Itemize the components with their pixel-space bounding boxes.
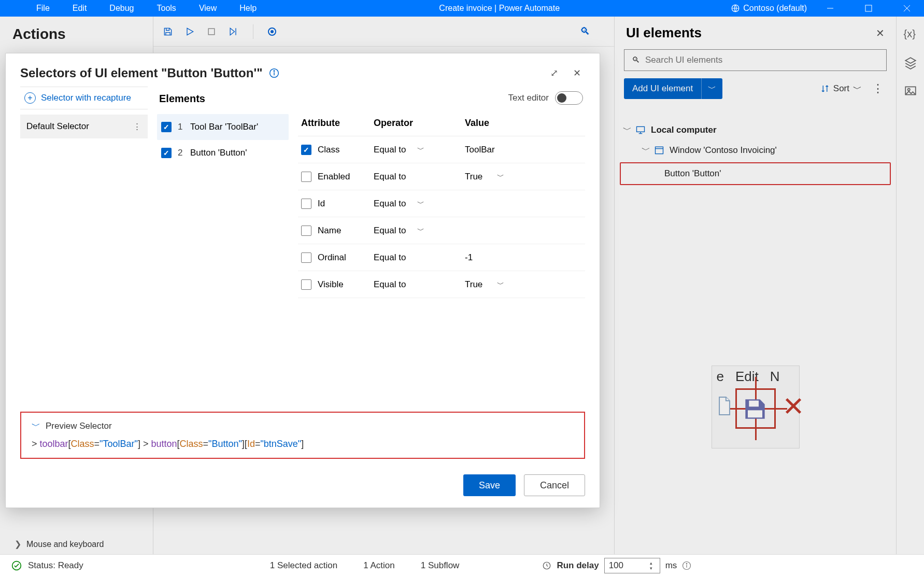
tree-window[interactable]: ﹀ Window 'Contoso Invoicing' bbox=[620, 140, 891, 160]
add-ui-element-dropdown[interactable]: ﹀ bbox=[701, 78, 722, 99]
info-icon[interactable] bbox=[269, 68, 279, 78]
operator-value[interactable]: Equal to bbox=[374, 252, 406, 263]
checkbox-icon[interactable] bbox=[301, 199, 311, 209]
variables-icon[interactable]: {x} bbox=[904, 28, 917, 41]
operator-value[interactable]: Equal to bbox=[374, 172, 406, 182]
close-pane-icon[interactable]: ✕ bbox=[876, 27, 885, 39]
element-row[interactable]: 1 Tool Bar 'ToolBar' bbox=[157, 114, 289, 140]
element-row[interactable]: 2 Button 'Button' bbox=[157, 140, 289, 166]
menu-tools[interactable]: Tools bbox=[146, 4, 188, 13]
status-actions: 1 Action bbox=[363, 560, 395, 571]
add-ui-element-button[interactable]: Add UI element ﹀ bbox=[624, 78, 722, 99]
text-editor-toggle[interactable] bbox=[555, 91, 583, 105]
menu-file[interactable]: File bbox=[25, 4, 61, 13]
chevron-down-icon[interactable]: ﹀ bbox=[32, 420, 40, 432]
more-options-icon[interactable]: ⋮ bbox=[869, 82, 887, 95]
operator-value[interactable]: Equal to bbox=[374, 145, 406, 155]
checkbox-icon[interactable] bbox=[301, 252, 311, 263]
attribute-row: Ordinal Equal to -1 bbox=[298, 244, 585, 271]
checkbox-icon[interactable] bbox=[161, 148, 172, 158]
status-bar: Status: Ready 1 Selected action 1 Action… bbox=[0, 554, 924, 576]
run-delay-input[interactable]: 100 ▴▾ bbox=[604, 558, 660, 573]
add-ui-element-label: Add UI element bbox=[624, 83, 701, 94]
sort-button[interactable]: Sort ﹀ bbox=[820, 83, 862, 95]
thumb-text: e bbox=[717, 369, 724, 385]
svg-rect-7 bbox=[656, 147, 663, 153]
attr-header-value: Value bbox=[465, 118, 582, 129]
svg-point-22 bbox=[274, 71, 275, 72]
elements-header: Elements bbox=[157, 87, 289, 114]
attribute-value[interactable]: ToolBar bbox=[465, 145, 495, 155]
environment-picker[interactable]: Contoso (default) bbox=[731, 4, 807, 13]
status-ok-icon bbox=[11, 560, 22, 571]
checkbox-icon[interactable] bbox=[161, 122, 172, 132]
stop-icon[interactable] bbox=[206, 26, 217, 37]
maximize-button[interactable] bbox=[854, 0, 884, 17]
ui-elements-search[interactable]: 🔍︎ bbox=[624, 49, 887, 71]
info-icon[interactable] bbox=[682, 561, 691, 570]
spinner-up[interactable]: ▴ bbox=[647, 560, 656, 566]
checkbox-icon[interactable] bbox=[301, 145, 311, 155]
checkbox-icon[interactable] bbox=[301, 226, 311, 236]
menu-view[interactable]: View bbox=[188, 4, 228, 13]
checkbox-icon[interactable] bbox=[301, 172, 311, 182]
actions-header: Actions bbox=[0, 17, 153, 52]
minimize-button[interactable] bbox=[815, 0, 845, 17]
attr-header-attribute: Attribute bbox=[301, 118, 374, 129]
operator-value[interactable]: Equal to bbox=[374, 199, 406, 209]
images-icon[interactable] bbox=[904, 84, 917, 97]
titlebar: File Edit Debug Tools View Help Create i… bbox=[0, 0, 924, 17]
svg-rect-6 bbox=[637, 127, 645, 132]
record-icon[interactable] bbox=[268, 27, 276, 36]
attribute-row: Enabled Equal to True ﹀ bbox=[298, 163, 585, 190]
recapture-button[interactable]: Selector with recapture bbox=[20, 87, 148, 109]
ui-elements-pane: UI elements ✕ 🔍︎ Add UI element ﹀ Sort ﹀… bbox=[614, 17, 896, 554]
tree-button-selected[interactable]: Button 'Button' bbox=[620, 162, 891, 185]
attribute-name: Enabled bbox=[318, 172, 350, 182]
ui-elements-search-input[interactable] bbox=[645, 55, 879, 65]
menu-debug[interactable]: Debug bbox=[98, 4, 145, 13]
more-options-icon[interactable]: ⋮ bbox=[133, 121, 141, 132]
run-delay-label: Run delay bbox=[557, 560, 599, 571]
attribute-value[interactable]: True bbox=[465, 172, 482, 182]
actions-group-mouse-keyboard[interactable]: ❯ Mouse and keyboard bbox=[0, 534, 153, 554]
run-icon[interactable] bbox=[184, 26, 195, 37]
dialog-close-icon[interactable]: ✕ bbox=[568, 65, 585, 81]
right-icon-rail: {x} bbox=[896, 17, 924, 554]
chevron-down-icon[interactable]: ﹀ bbox=[417, 145, 424, 154]
save-button[interactable]: Save bbox=[463, 474, 516, 496]
menu-help[interactable]: Help bbox=[228, 4, 268, 13]
run-delay-value: 100 bbox=[609, 560, 647, 571]
elements-column: Elements 1 Tool Bar 'ToolBar' 2 Button '… bbox=[157, 87, 289, 405]
tree-root[interactable]: ﹀ Local computer bbox=[620, 120, 891, 140]
canvas-search-icon[interactable]: 🔍︎ bbox=[580, 25, 605, 37]
spinner-down[interactable]: ▾ bbox=[647, 566, 656, 571]
attribute-value[interactable]: True bbox=[465, 279, 482, 290]
preview-label: Preview Selector bbox=[46, 421, 112, 431]
checkbox-icon[interactable] bbox=[301, 279, 311, 290]
chevron-down-icon[interactable]: ﹀ bbox=[417, 199, 424, 208]
chevron-right-icon: ❯ bbox=[15, 539, 21, 549]
save-disk-icon bbox=[741, 395, 770, 424]
selector-item-label: Default Selector bbox=[26, 121, 89, 132]
layers-icon[interactable] bbox=[904, 56, 917, 69]
save-icon[interactable] bbox=[163, 26, 173, 37]
computer-icon bbox=[635, 125, 646, 135]
environment-label: Contoso (default) bbox=[743, 4, 807, 13]
cancel-button[interactable]: Cancel bbox=[524, 474, 585, 496]
recapture-label: Selector with recapture bbox=[41, 93, 131, 103]
close-button[interactable] bbox=[892, 0, 922, 17]
operator-value[interactable]: Equal to bbox=[374, 279, 406, 290]
chevron-down-icon[interactable]: ﹀ bbox=[497, 280, 504, 289]
menu-edit[interactable]: Edit bbox=[61, 4, 98, 13]
operator-value[interactable]: Equal to bbox=[374, 226, 406, 236]
dialog-expand-icon[interactable]: ⤢ bbox=[546, 65, 562, 81]
attribute-row: Name Equal to ﹀ bbox=[298, 217, 585, 244]
plus-circle-icon bbox=[24, 92, 36, 104]
status-text: Status: Ready bbox=[28, 560, 83, 571]
step-icon[interactable] bbox=[228, 26, 238, 37]
chevron-down-icon[interactable]: ﹀ bbox=[417, 226, 424, 235]
chevron-down-icon[interactable]: ﹀ bbox=[497, 172, 504, 181]
attribute-value[interactable]: -1 bbox=[465, 252, 473, 263]
selector-item-default[interactable]: Default Selector ⋮ bbox=[20, 115, 148, 138]
